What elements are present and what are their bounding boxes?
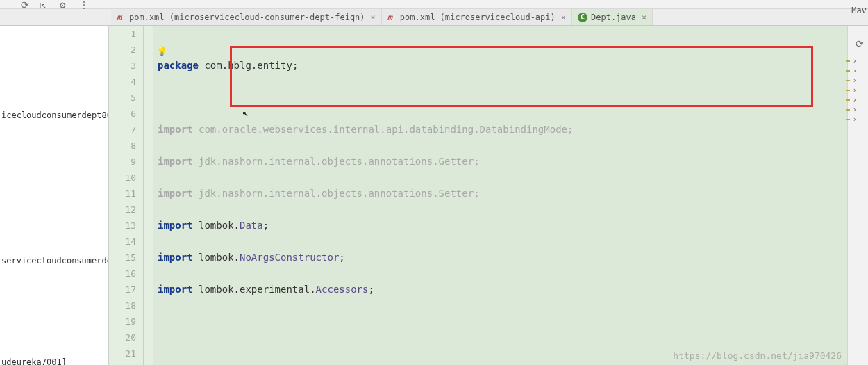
- tree-item[interactable]: servicecloudconsumerdept: [0, 253, 109, 268]
- keyword: import: [158, 284, 193, 295]
- tab-dept-java[interactable]: C Dept.java ×: [572, 9, 653, 25]
- import-path: jdk.nashorn.internal.objects.annotations…: [193, 188, 480, 199]
- settings-icon[interactable]: ⚙: [60, 0, 69, 9]
- line-number: 1: [109, 26, 136, 42]
- line-number: 9: [109, 154, 136, 170]
- keyword: import: [158, 156, 193, 167]
- tabs-bar: m pom.xml (microservicecloud-consumer-de…: [0, 9, 868, 26]
- warning-marker[interactable]: ›: [846, 115, 857, 124]
- line-number: 19: [109, 314, 136, 330]
- close-icon[interactable]: ×: [369, 13, 376, 22]
- line-number: 12: [109, 202, 136, 218]
- sync-icon[interactable]: ⟳: [21, 0, 31, 9]
- line-number: 15: [109, 250, 136, 266]
- right-rail: Mav ⟳ › › › › › › ›: [847, 26, 868, 365]
- close-icon[interactable]: ×: [640, 13, 646, 22]
- maven-icon: m: [117, 13, 126, 22]
- editor[interactable]: 123456789101112131415161718192021 💡 pack…: [109, 26, 847, 365]
- text: ;: [339, 252, 344, 263]
- close-icon[interactable]: ×: [559, 13, 566, 22]
- line-number: 20: [109, 330, 136, 346]
- line-number: 2: [109, 42, 136, 58]
- text: lombok.: [193, 220, 240, 231]
- line-number: 13: [109, 218, 136, 234]
- text: ;: [263, 220, 269, 231]
- menu-icon[interactable]: ⋮: [79, 0, 89, 9]
- line-number: 10: [109, 170, 136, 186]
- code-area[interactable]: 💡 package com.hblg.entity; import com.or…: [153, 26, 847, 365]
- intention-bulb-icon[interactable]: 💡: [156, 43, 167, 59]
- import-path: com.oracle.webservices.internal.api.data…: [193, 124, 574, 135]
- line-number: 5: [109, 90, 136, 106]
- line-number: 14: [109, 234, 136, 250]
- class-name: NoArgsConstructor: [240, 252, 339, 263]
- tab-label: pom.xml (microservicecloud-consumer-dept…: [129, 13, 365, 22]
- line-number: 11: [109, 186, 136, 202]
- warning-marker[interactable]: ›: [846, 66, 857, 75]
- watermark: https://blog.csdn.net/jia970426: [673, 350, 842, 361]
- gutter-marks: [144, 26, 153, 365]
- warning-marker[interactable]: ›: [846, 105, 857, 114]
- warning-marker[interactable]: ›: [846, 76, 857, 85]
- text: lombok.: [193, 252, 240, 263]
- tab-pom-consumer-feign[interactable]: m pom.xml (microservicecloud-consumer-de…: [111, 9, 382, 25]
- class-name: Data: [240, 220, 263, 231]
- tab-label: Dept.java: [591, 13, 636, 22]
- marker-column: › › › › › › ›: [846, 56, 857, 124]
- import-path: jdk.nashorn.internal.objects.annotations…: [193, 156, 480, 167]
- line-number: 7: [109, 122, 136, 138]
- keyword: import: [158, 188, 193, 199]
- line-number: 6: [109, 106, 136, 122]
- keyword: import: [158, 220, 193, 231]
- tree-item[interactable]: icecloudconsumerdept80: [0, 108, 109, 123]
- class-icon: C: [578, 13, 587, 22]
- keyword: import: [158, 252, 193, 263]
- maven-panel-label[interactable]: Mav: [851, 6, 867, 15]
- main-area: icecloudconsumerdept80 servicecloudconsu…: [0, 26, 868, 365]
- warning-marker[interactable]: ›: [846, 95, 857, 104]
- top-toolbar: ⟳ ⇱ ⚙ ⋮: [0, 0, 868, 9]
- tree-item[interactable]: udeureka7001]: [0, 355, 68, 365]
- line-number: 16: [109, 266, 136, 282]
- gutter: 123456789101112131415161718192021: [109, 26, 144, 365]
- package-path: com.hblg.entity;: [199, 60, 298, 71]
- line-number: 4: [109, 74, 136, 90]
- warning-marker[interactable]: ›: [846, 56, 857, 65]
- refresh-icon[interactable]: ⟳: [856, 38, 864, 49]
- line-number: 17: [109, 282, 136, 298]
- line-number: 3: [109, 58, 136, 74]
- keyword: import: [158, 124, 193, 135]
- warning-marker[interactable]: ›: [846, 86, 857, 95]
- maven-icon: m: [387, 13, 397, 22]
- class-name: Accessors: [316, 284, 369, 295]
- line-number: 8: [109, 138, 136, 154]
- line-number: 18: [109, 298, 136, 314]
- text: ;: [368, 284, 374, 295]
- line-number: 21: [109, 346, 136, 362]
- keyword: package: [158, 60, 199, 71]
- text: lombok.experimental.: [193, 284, 316, 295]
- tab-pom-api[interactable]: m pom.xml (microservicecloud-api) ×: [382, 9, 572, 25]
- tab-label: pom.xml (microservicecloud-api): [400, 13, 556, 22]
- collapse-icon[interactable]: ⇱: [40, 0, 50, 9]
- project-tree[interactable]: icecloudconsumerdept80 servicecloudconsu…: [0, 26, 109, 365]
